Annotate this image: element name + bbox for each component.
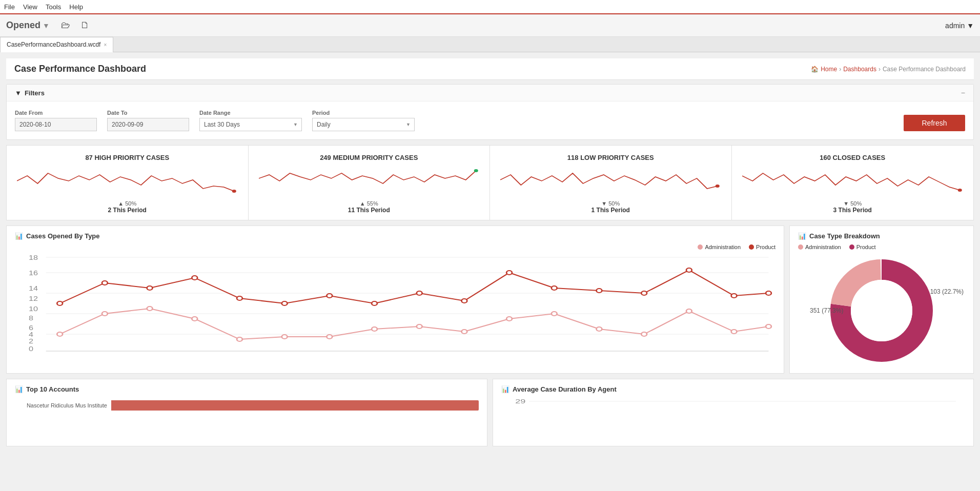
cases-opened-legend: Administration Product	[15, 244, 775, 250]
svg-point-0	[232, 190, 236, 193]
kpi-medium-priority-sparkline	[259, 166, 480, 196]
main-content: Case Performance Dashboard 🏠 Home › Dash…	[0, 52, 980, 453]
refresh-button[interactable]: Refresh	[904, 115, 965, 131]
filter-icon: ▼	[15, 89, 22, 97]
legend-product-label: Product	[756, 244, 775, 250]
dashboard-tab[interactable]: CasePerformanceDashboard.wcdf ×	[0, 37, 113, 52]
legend-admin: Administration	[698, 244, 741, 250]
breadcrumb-home[interactable]: Home	[821, 66, 837, 73]
date-from-label: Date From	[15, 110, 97, 116]
svg-point-23	[192, 317, 197, 321]
kpi-closed-cases-period: 3 This Period	[833, 207, 872, 214]
svg-point-50	[641, 291, 647, 295]
donut-chart-container: 351 (77.3%) 103 (22.7%)	[825, 254, 938, 367]
kpi-high-priority-footer: ▲ 50% 2 This Period	[108, 200, 147, 214]
svg-point-24	[237, 337, 242, 341]
date-range-select[interactable]: Last 30 Days	[199, 118, 302, 131]
cases-opened-by-type-title: 📊 Cases Opened By Type	[15, 232, 775, 240]
menu-view[interactable]: View	[23, 3, 37, 11]
period-group: Period Daily	[312, 110, 415, 131]
avg-duration-chart: 29	[501, 397, 965, 438]
date-to-label: Date To	[107, 110, 189, 116]
case-type-breakdown-title: 📊 Case Type Breakdown	[798, 232, 965, 240]
donut-legend: Administration Product	[798, 244, 965, 250]
svg-text:16: 16	[29, 270, 38, 276]
legend-admin-dot	[698, 244, 703, 250]
svg-point-2	[716, 185, 720, 188]
kpi-low-priority-trend: ▼ 50%	[591, 200, 630, 207]
svg-point-37	[57, 301, 63, 305]
donut-product-dot	[849, 244, 854, 250]
svg-point-34	[686, 309, 692, 313]
donut-legend-admin: Administration	[798, 244, 841, 250]
kpi-medium-priority-title: 249 MEDIUM PRIORITY CASES	[320, 154, 418, 161]
menu-file[interactable]: File	[4, 3, 15, 11]
charts-row: 📊 Cases Opened By Type Administration Pr…	[6, 226, 974, 374]
toolbar-icons: 🗁 🗋	[58, 19, 93, 32]
svg-point-28	[417, 324, 422, 329]
product-pct-label: 351 (77.3%)	[810, 307, 843, 314]
kpi-medium-priority: 249 MEDIUM PRIORITY CASES ▲ 55% 11 This …	[249, 146, 491, 220]
page-header: Case Performance Dashboard 🏠 Home › Dash…	[6, 58, 974, 80]
legend-product-dot	[749, 244, 754, 250]
toolbar-title-text: Opened	[6, 20, 40, 31]
svg-point-3	[957, 189, 962, 192]
svg-point-47	[506, 271, 512, 275]
donut-admin-label: Administration	[805, 244, 841, 250]
breadcrumb-current: Case Performance Dashboard	[883, 66, 966, 73]
svg-text:10: 10	[29, 305, 38, 312]
kpi-high-priority-trend: ▲ 50%	[108, 200, 147, 207]
svg-text:12: 12	[29, 295, 38, 302]
svg-text:6: 6	[29, 324, 33, 331]
home-icon: 🏠	[811, 66, 819, 73]
donut-product-label: Product	[856, 244, 876, 250]
cases-opened-by-type-card: 📊 Cases Opened By Type Administration Pr…	[6, 226, 784, 374]
top-accounts-icon: 📊	[15, 385, 23, 393]
bottom-charts-row: 📊 Top 10 Accounts Nascetur Ridiculus Mus…	[6, 379, 974, 446]
svg-point-21	[102, 312, 108, 316]
bar-chart-icon: 📊	[15, 232, 23, 240]
period-select[interactable]: Daily	[312, 118, 415, 131]
date-from-input[interactable]	[15, 118, 97, 131]
filters-card: ▼ Filters − Date From Date To Date Range…	[6, 84, 974, 140]
top-accounts-title: 📊 Top 10 Accounts	[15, 385, 479, 393]
svg-point-48	[552, 286, 557, 290]
legend-admin-label: Administration	[705, 244, 741, 250]
date-range-label: Date Range	[199, 110, 302, 116]
svg-point-20	[57, 332, 63, 336]
kpi-row: 87 HIGH PRIORITY CASES ▲ 50% 2 This Peri…	[6, 145, 974, 220]
filters-header: ▼ Filters −	[7, 85, 973, 101]
toolbar: Opened ▼ 🗁 🗋 admin ▼	[0, 14, 980, 37]
top-accounts-card: 📊 Top 10 Accounts Nascetur Ridiculus Mus…	[6, 379, 487, 446]
open-folder-button[interactable]: 🗁	[58, 19, 73, 32]
date-range-group: Date Range Last 30 Days	[199, 110, 302, 131]
svg-text:29: 29	[515, 399, 525, 404]
admin-button[interactable]: admin ▼	[945, 22, 974, 30]
toolbar-title[interactable]: Opened ▼	[6, 20, 50, 31]
svg-point-27	[372, 327, 377, 331]
svg-point-40	[192, 276, 197, 280]
date-to-group: Date To	[107, 110, 189, 131]
svg-point-49	[597, 289, 602, 293]
tab-close-button[interactable]: ×	[104, 42, 107, 48]
breadcrumb-dashboards[interactable]: Dashboards	[843, 66, 876, 73]
menu-tools[interactable]: Tools	[46, 3, 61, 11]
menu-bar: File View Tools Help	[0, 0, 980, 14]
svg-point-38	[102, 281, 108, 285]
export-button[interactable]: 🗋	[77, 19, 93, 32]
period-select-wrapper: Daily	[312, 118, 415, 131]
avg-duration-card: 📊 Average Case Duration By Agent 29	[493, 379, 974, 446]
svg-point-42	[282, 301, 288, 305]
kpi-closed-cases-footer: ▼ 50% 3 This Period	[833, 200, 872, 214]
svg-point-45	[417, 291, 422, 295]
kpi-low-priority-period: 1 This Period	[591, 207, 630, 214]
tab-label: CasePerformanceDashboard.wcdf	[7, 41, 100, 48]
date-to-input[interactable]	[107, 118, 189, 131]
kpi-closed-cases-trend: ▼ 50%	[833, 200, 872, 207]
menu-help[interactable]: Help	[69, 3, 83, 11]
svg-text:8: 8	[29, 315, 33, 321]
filters-minimize-button[interactable]: −	[961, 89, 965, 97]
svg-point-33	[641, 332, 647, 336]
svg-point-43	[326, 294, 332, 298]
kpi-high-priority-period: 2 This Period	[108, 207, 147, 214]
